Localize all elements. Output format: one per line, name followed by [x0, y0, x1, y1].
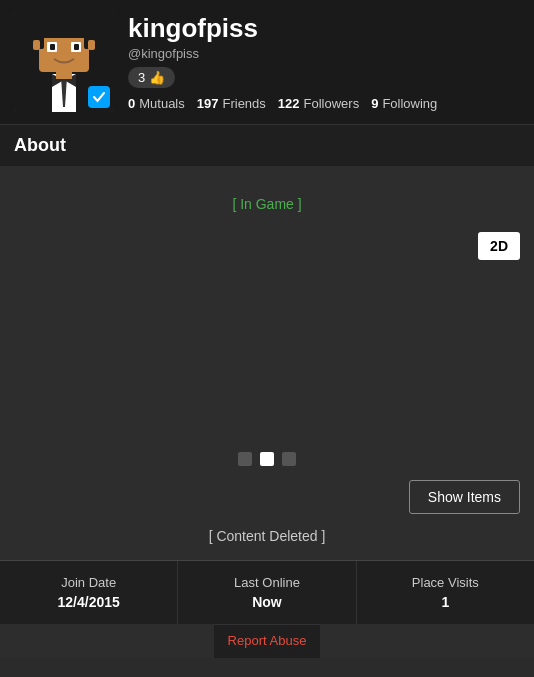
dot-2[interactable]: [260, 452, 274, 466]
2d-button[interactable]: 2D: [478, 232, 520, 260]
profile-header: kingofpiss @kingofpiss 3 👍 0 Mutuals 197…: [0, 0, 534, 124]
followers-label: Followers: [304, 96, 360, 111]
friends-stat: 197 Friends: [197, 96, 266, 111]
join-date-stat: Join Date 12/4/2015: [0, 561, 178, 624]
thumbs-up-icon: 👍: [149, 70, 165, 85]
following-value: 9: [371, 96, 378, 111]
in-game-label: [ In Game ]: [232, 196, 301, 212]
header-info: kingofpiss @kingofpiss 3 👍 0 Mutuals 197…: [128, 13, 520, 111]
character-display: [167, 232, 367, 432]
stats-row: 0 Mutuals 197 Friends 122 Followers 9 Fo…: [128, 96, 520, 111]
online-badge: [88, 86, 110, 108]
user-handle: @kingofpiss: [128, 46, 520, 61]
place-visits-value: 1: [367, 594, 524, 610]
about-title: About: [14, 135, 66, 155]
content-deleted-label: [ Content Deleted ]: [209, 528, 326, 544]
about-section: About: [0, 124, 534, 166]
following-stat: 9 Following: [371, 96, 437, 111]
following-label: Following: [382, 96, 437, 111]
last-online-stat: Last Online Now: [178, 561, 356, 624]
footer-stats: Join Date 12/4/2015 Last Online Now Plac…: [0, 560, 534, 624]
followers-stat: 122 Followers: [278, 96, 359, 111]
show-items-row: Show Items: [0, 480, 534, 528]
last-online-label: Last Online: [188, 575, 345, 590]
mutuals-stat: 0 Mutuals: [128, 96, 185, 111]
likes-row: 3 👍: [128, 67, 520, 88]
report-row: Report Abuse: [214, 624, 321, 658]
main-content: [ In Game ] 2D Show Items [ Content Dele…: [0, 166, 534, 658]
followers-value: 122: [278, 96, 300, 111]
report-abuse-link[interactable]: Report Abuse: [228, 633, 307, 648]
svg-rect-15: [33, 40, 40, 50]
join-date-label: Join Date: [10, 575, 167, 590]
character-area: 2D: [0, 222, 534, 442]
svg-rect-8: [36, 20, 92, 38]
likes-count: 3: [138, 70, 145, 85]
place-visits-label: Place Visits: [367, 575, 524, 590]
avatar-wrapper: [14, 12, 114, 112]
show-items-button[interactable]: Show Items: [409, 480, 520, 514]
dots-nav: [238, 452, 296, 466]
join-date-value: 12/4/2015: [10, 594, 167, 610]
svg-rect-14: [74, 44, 79, 50]
username: kingofpiss: [128, 13, 520, 44]
friends-label: Friends: [222, 96, 265, 111]
mutuals-value: 0: [128, 96, 135, 111]
likes-badge: 3 👍: [128, 67, 175, 88]
last-online-value: Now: [188, 594, 345, 610]
place-visits-stat: Place Visits 1: [357, 561, 534, 624]
dot-3[interactable]: [282, 452, 296, 466]
dot-1[interactable]: [238, 452, 252, 466]
svg-rect-13: [50, 44, 55, 50]
svg-rect-16: [88, 40, 95, 50]
friends-value: 197: [197, 96, 219, 111]
mutuals-label: Mutuals: [139, 96, 185, 111]
